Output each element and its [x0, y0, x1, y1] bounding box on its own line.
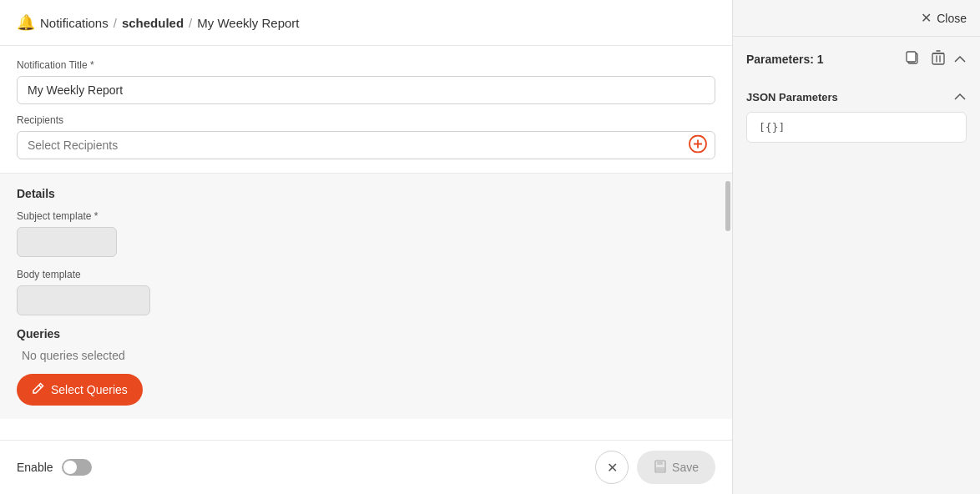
svg-line-3 — [39, 386, 42, 388]
footer-buttons: ✕ Save — [595, 451, 715, 484]
params-actions — [902, 48, 967, 70]
scrollbar-thumb — [725, 181, 730, 231]
recipients-label: Recipients — [17, 114, 715, 126]
body-template-label: Body template — [17, 269, 715, 280]
breadcrumb: 🔔 Notifications / scheduled / My Weekly … — [17, 13, 300, 32]
notification-title-label: Notification Title * — [17, 59, 715, 71]
recipients-input-wrapper — [17, 131, 715, 159]
queries-section: Queries No queries selected Select Queri… — [17, 327, 715, 406]
notification-title-input[interactable] — [17, 76, 715, 104]
edit-icon — [32, 382, 44, 397]
copy-params-button[interactable] — [902, 48, 923, 70]
bell-icon: 🔔 — [17, 13, 35, 32]
header: 🔔 Notifications / scheduled / My Weekly … — [0, 0, 732, 46]
footer: Enable ✕ Save — [0, 440, 732, 494]
collapse-json-button[interactable] — [953, 90, 967, 103]
breadcrumb-scheduled[interactable]: scheduled — [122, 16, 184, 30]
svg-rect-5 — [657, 461, 663, 465]
separator-1: / — [114, 16, 117, 30]
save-label: Save — [672, 461, 699, 474]
svg-rect-9 — [932, 53, 944, 64]
select-queries-button[interactable]: Select Queries — [17, 374, 143, 406]
params-title: Parameters: 1 — [746, 53, 824, 66]
enable-label: Enable — [17, 461, 53, 474]
toggle-knob — [63, 461, 77, 474]
close-label: Close — [937, 12, 967, 25]
json-params-box[interactable]: [{}] — [746, 112, 967, 143]
separator-2: / — [189, 16, 192, 30]
enable-toggle-area: Enable — [17, 459, 92, 476]
form-area: Notification Title * Recipients — [0, 46, 732, 173]
json-params-header: JSON Parameters — [746, 90, 967, 103]
close-icon: ✕ — [921, 10, 932, 26]
delete-params-button[interactable] — [928, 48, 948, 70]
collapse-params-button[interactable] — [953, 53, 967, 66]
save-button[interactable]: Save — [637, 451, 715, 484]
main-panel: 🔔 Notifications / scheduled / My Weekly … — [0, 0, 733, 494]
add-recipient-button[interactable] — [689, 135, 707, 156]
cancel-button[interactable]: ✕ — [595, 451, 629, 484]
details-scroll-container: Details Subject template * Body template… — [0, 173, 732, 440]
select-queries-label: Select Queries — [51, 383, 128, 396]
add-circle-icon — [689, 135, 707, 154]
no-queries-text: No queries selected — [17, 349, 715, 362]
svg-rect-6 — [656, 467, 664, 471]
right-panel: ✕ Close Parameters: 1 — [733, 0, 980, 494]
details-section: Details Subject template * Body template… — [0, 173, 732, 419]
cancel-icon: ✕ — [607, 460, 618, 476]
recipients-input[interactable] — [17, 131, 715, 159]
scrollbar-track[interactable] — [725, 173, 730, 440]
enable-toggle[interactable] — [62, 459, 92, 476]
json-params-title: JSON Parameters — [746, 91, 838, 103]
recipients-field: Recipients — [17, 114, 715, 159]
right-panel-header: ✕ Close — [733, 0, 980, 37]
svg-rect-8 — [907, 52, 916, 62]
params-header: Parameters: 1 — [733, 37, 980, 82]
queries-title: Queries — [17, 327, 715, 340]
body-template-input[interactable] — [17, 285, 150, 315]
details-title: Details — [17, 187, 715, 200]
json-params-section: JSON Parameters [{}] — [733, 82, 980, 151]
close-area[interactable]: ✕ Close — [921, 10, 967, 26]
breadcrumb-notifications[interactable]: Notifications — [40, 16, 109, 30]
save-icon — [654, 460, 667, 476]
subject-template-input[interactable] — [17, 227, 117, 257]
subject-template-label: Subject template * — [17, 210, 715, 222]
breadcrumb-report: My Weekly Report — [197, 16, 299, 30]
